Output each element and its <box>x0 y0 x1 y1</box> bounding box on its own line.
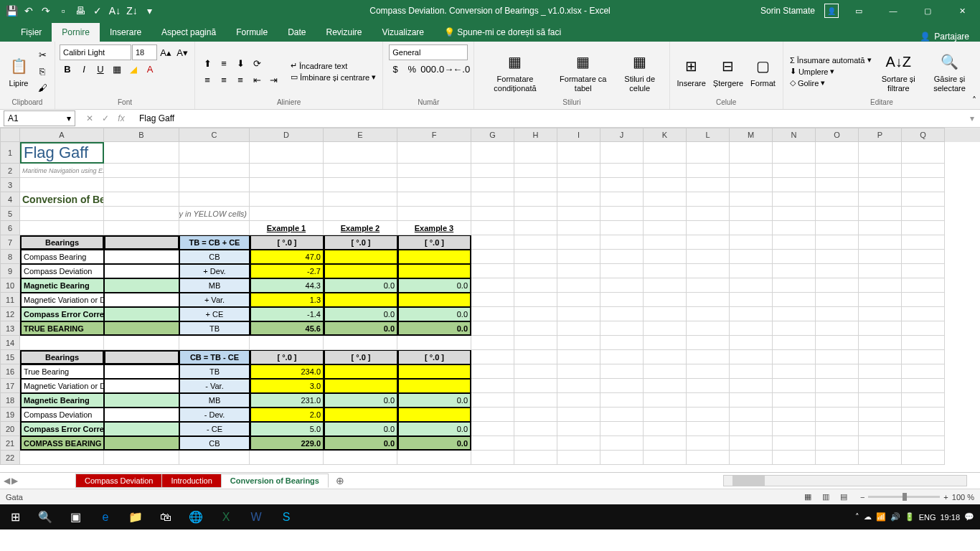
search-icon[interactable]: 🔍 <box>30 504 60 529</box>
cell-N7[interactable] <box>773 235 816 250</box>
cell-Q15[interactable] <box>902 350 945 364</box>
cell-L14[interactable] <box>687 336 730 350</box>
cell-G11[interactable] <box>471 293 514 307</box>
format-painter-icon[interactable]: 🖌 <box>34 80 50 96</box>
excel-taskbar-icon[interactable]: X <box>211 504 241 529</box>
cell-C2[interactable] <box>179 164 250 178</box>
orientation-icon[interactable]: ⟳ <box>249 55 265 71</box>
cell-Q3[interactable] <box>902 178 945 192</box>
cell-E15[interactable]: [ °.0 ] <box>324 350 397 364</box>
cell-F5[interactable] <box>397 207 471 221</box>
cell-O2[interactable] <box>816 164 859 178</box>
row-header-19[interactable]: 19 <box>0 408 20 422</box>
cell-A11[interactable]: Magnetic Variation or Declination <box>20 293 104 307</box>
cell-C4[interactable] <box>179 192 250 207</box>
cell-A18[interactable]: Magnetic Bearing <box>20 393 104 408</box>
cell-G22[interactable] <box>471 451 514 465</box>
cell-B6[interactable] <box>104 221 179 235</box>
cell-N1[interactable] <box>773 142 816 164</box>
cell-H18[interactable] <box>514 393 557 408</box>
cell-D11[interactable]: 1.3 <box>250 293 324 307</box>
cell-M19[interactable] <box>730 408 773 422</box>
cell-I1[interactable] <box>557 142 600 164</box>
cell-L6[interactable] <box>687 221 730 235</box>
expand-formula-icon[interactable]: ▾ <box>964 113 980 123</box>
cell-N21[interactable] <box>773 436 816 451</box>
cell-O5[interactable] <box>816 207 859 221</box>
cell-M13[interactable] <box>730 321 773 336</box>
cell-D6[interactable]: Example 1 <box>250 221 324 235</box>
cell-P10[interactable] <box>859 278 902 293</box>
cell-O22[interactable] <box>816 451 859 465</box>
cell-P18[interactable] <box>859 393 902 408</box>
cell-K5[interactable] <box>644 207 687 221</box>
cell-P17[interactable] <box>859 379 902 393</box>
cell-Q18[interactable] <box>902 393 945 408</box>
cell-G16[interactable] <box>471 364 514 379</box>
name-box[interactable]: A1▾ <box>4 110 75 126</box>
cell-E16[interactable] <box>324 364 397 379</box>
row-header-11[interactable]: 11 <box>0 293 20 307</box>
cell-Q2[interactable] <box>902 164 945 178</box>
cell-Q11[interactable] <box>902 293 945 307</box>
align-left-icon[interactable]: ≡ <box>199 72 215 88</box>
tab-view[interactable]: Vizualizare <box>372 23 434 42</box>
cell-E22[interactable] <box>324 451 397 465</box>
cell-P5[interactable] <box>859 207 902 221</box>
cell-I22[interactable] <box>557 451 600 465</box>
cell-J18[interactable] <box>600 393 644 408</box>
cell-M2[interactable] <box>730 164 773 178</box>
cell-N14[interactable] <box>773 336 816 350</box>
align-middle-icon[interactable]: ≡ <box>216 55 232 71</box>
user-avatar-icon[interactable]: 👤 <box>824 4 839 18</box>
cell-N15[interactable] <box>773 350 816 364</box>
cell-styles-button[interactable]: ▦Stiluri de celule <box>615 49 665 93</box>
cell-M8[interactable] <box>730 250 773 264</box>
cell-F19[interactable] <box>397 408 471 422</box>
italic-button[interactable]: I <box>76 61 92 77</box>
zoom-in-button[interactable]: + <box>943 493 948 501</box>
cell-I9[interactable] <box>557 264 600 278</box>
increase-font-icon[interactable]: A▴ <box>158 44 174 60</box>
edge-icon[interactable]: e <box>90 504 121 529</box>
cell-N3[interactable] <box>773 178 816 192</box>
col-header-L[interactable]: L <box>687 128 730 142</box>
battery-icon[interactable]: 🔋 <box>905 512 915 522</box>
maximize-button[interactable]: ▢ <box>913 0 942 22</box>
language-indicator[interactable]: ENG <box>919 513 936 522</box>
cells-area[interactable]: Flag GaffMaritime Navigation using Excel… <box>20 142 945 465</box>
cell-J8[interactable] <box>600 250 644 264</box>
cell-E13[interactable]: 0.0 <box>324 321 397 336</box>
cell-K4[interactable] <box>644 192 687 207</box>
ribbon-options-icon[interactable]: ▭ <box>844 0 873 22</box>
cell-F21[interactable]: 0.0 <box>397 436 471 451</box>
cell-F1[interactable] <box>397 142 471 164</box>
cell-I4[interactable] <box>557 192 600 207</box>
cell-B17[interactable] <box>104 379 179 393</box>
row-header-6[interactable]: 6 <box>0 221 20 235</box>
cell-E20[interactable]: 0.0 <box>324 422 397 436</box>
cell-P11[interactable] <box>859 293 902 307</box>
cell-B16[interactable] <box>104 364 179 379</box>
minimize-button[interactable]: — <box>879 0 908 22</box>
cell-L19[interactable] <box>687 408 730 422</box>
cell-C12[interactable]: + CE <box>179 307 250 321</box>
row-header-4[interactable]: 4 <box>0 192 20 207</box>
cell-O17[interactable] <box>816 379 859 393</box>
cell-P7[interactable] <box>859 235 902 250</box>
cell-K3[interactable] <box>644 178 687 192</box>
cell-A19[interactable]: Compass Deviation <box>20 408 104 422</box>
font-name-input[interactable] <box>60 44 131 60</box>
select-all-corner[interactable] <box>0 128 20 142</box>
cell-G18[interactable] <box>471 393 514 408</box>
cell-J4[interactable] <box>600 192 644 207</box>
cell-P9[interactable] <box>859 264 902 278</box>
cell-C7[interactable]: TB = CB + CE <box>179 235 250 250</box>
close-button[interactable]: ✕ <box>948 0 976 22</box>
cell-M21[interactable] <box>730 436 773 451</box>
cell-G12[interactable] <box>471 307 514 321</box>
cell-L13[interactable] <box>687 321 730 336</box>
cell-A16[interactable]: True Bearing <box>20 364 104 379</box>
cell-K17[interactable] <box>644 379 687 393</box>
col-header-I[interactable]: I <box>557 128 600 142</box>
